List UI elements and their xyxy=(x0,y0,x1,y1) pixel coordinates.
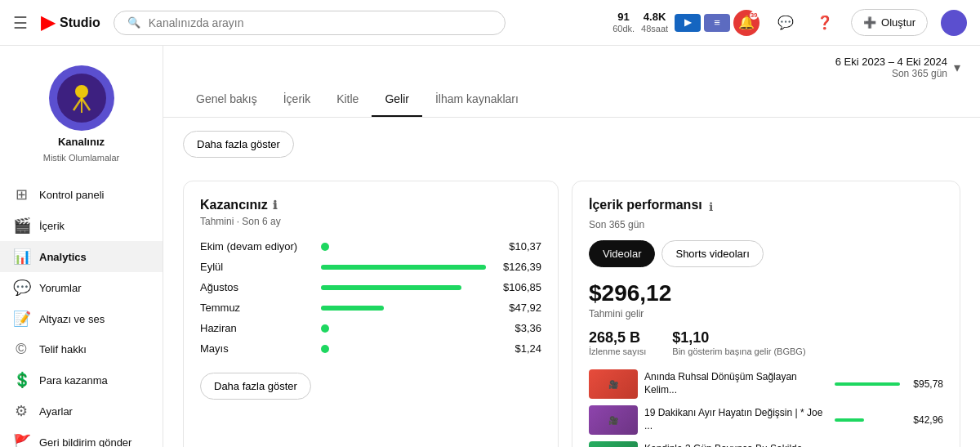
earnings-title: Kazancınız ℹ xyxy=(200,198,541,212)
sidebar-item-analytics[interactable]: 📊 Analytics xyxy=(0,241,163,272)
menu-button[interactable]: ☰ xyxy=(13,13,28,33)
sidebar-item-altyazi[interactable]: 📝 Altyazı ve ses xyxy=(0,303,163,334)
bar-row-eylul: Eylül $126,39 xyxy=(200,261,541,273)
video-thumb-2[interactable]: 🎥 xyxy=(589,405,638,435)
tab-gelir[interactable]: Gelir xyxy=(372,83,422,117)
menu-dots-icon[interactable]: ≡ xyxy=(704,14,730,32)
analytics-icon: 📊 xyxy=(13,248,29,266)
total-revenue-label: Tahmini gelir xyxy=(589,308,943,320)
bar-fill-temmuz xyxy=(321,306,384,311)
header-stats: 91 60dk. 4.8K 48saat ▶ ≡ 🔔 39 xyxy=(612,10,760,36)
help-icon[interactable]: ❓ xyxy=(812,10,838,36)
video-thumb-img-3: 🎥 xyxy=(589,441,638,447)
studio-label: Studio xyxy=(60,16,100,30)
video-bar-2 xyxy=(835,418,864,422)
bar-row-haziran: Haziran $3,36 xyxy=(200,322,541,334)
content-area: Kazancınız ℹ Tahmini · Son 6 ay Ekim (de… xyxy=(163,168,980,447)
sidebar-label-kontrol-paneli: Kontrol paneli xyxy=(39,189,105,201)
channel-avatar[interactable] xyxy=(49,65,114,131)
notification-bell-icon[interactable]: 🔔 39 xyxy=(733,10,760,36)
search-bar[interactable]: 🔍 xyxy=(114,11,506,35)
bar-track-eylul xyxy=(321,265,486,270)
sidebar-label-para: Para kazanma xyxy=(39,374,108,387)
stats-row: 268,5 B İzlenme sayısı $1,10 Bin gösteri… xyxy=(589,329,943,356)
performance-info-icon[interactable]: ℹ xyxy=(709,200,713,213)
tab-shorts-label: Shorts videoları xyxy=(675,248,749,260)
sidebar-item-para[interactable]: 💲 Para kazanma xyxy=(0,364,163,396)
tab-ilham[interactable]: İlham kaynakları xyxy=(422,83,532,117)
video-amount-2: $42,96 xyxy=(906,414,943,426)
copyright-icon: © xyxy=(13,341,29,358)
sidebar-label-altyazi: Altyazı ve ses xyxy=(39,313,105,325)
bar-value-agustos: $106,85 xyxy=(492,281,541,293)
date-range-period: Son 365 gün xyxy=(892,68,947,79)
top-show-more-area: Daha fazla göster xyxy=(163,127,980,158)
bar-fill-agustos xyxy=(321,285,461,290)
bar-track-agustos xyxy=(321,285,486,290)
stat-60dk: 91 60dk. xyxy=(612,11,635,34)
dot-ekim xyxy=(321,243,329,251)
tab-videos-button[interactable]: Videolar xyxy=(589,240,655,267)
earnings-subtitle: Tahmini · Son 6 ay xyxy=(200,216,541,227)
avatar[interactable] xyxy=(941,10,967,36)
bar-value-mayis: $1,24 xyxy=(492,342,541,355)
subtitles-icon: 📝 xyxy=(13,310,29,328)
channel-subtitle: Mistik Olumlamalar xyxy=(43,153,120,163)
sidebar-item-yorumlar[interactable]: 💬 Yorumlar xyxy=(0,272,163,303)
sidebar-item-kontrol-paneli[interactable]: ⊞ Kontrol paneli xyxy=(0,179,163,210)
content-icon: 🎬 xyxy=(13,217,29,235)
create-button[interactable]: ➕ Oluştur xyxy=(851,9,928,36)
stat2-label: 48saat xyxy=(641,24,668,34)
dashboard-icon: ⊞ xyxy=(13,186,29,203)
stat-view-count: 268,5 B İzlenme sayısı xyxy=(589,329,646,356)
feedback-icon: 🚩 xyxy=(13,433,29,447)
date-range-label: 6 Eki 2023 – 4 Eki 2024 xyxy=(835,56,947,68)
sidebar-item-telif[interactable]: © Telif hakkı xyxy=(0,334,163,364)
earnings-show-more-button[interactable]: Daha fazla göster xyxy=(200,373,311,400)
youtube-icon-blue[interactable]: ▶ xyxy=(675,14,701,32)
date-range-box[interactable]: 6 Eki 2023 – 4 Eki 2024 Son 365 gün ▾ xyxy=(835,56,960,79)
video-row-3: 🎥 Kendinle 3 Gün Boyunca Bu Şekilde Konu… xyxy=(589,441,943,447)
video-thumb-3[interactable]: 🎥 xyxy=(589,441,638,447)
search-input[interactable] xyxy=(149,16,492,29)
tab-kitle[interactable]: Kitle xyxy=(323,83,372,117)
channel-icons: ▶ ≡ 🔔 39 xyxy=(675,10,760,36)
comments-sidebar-icon: 💬 xyxy=(13,279,29,297)
channel-name: Kanalınız xyxy=(58,136,105,148)
bar-track-mayis xyxy=(336,346,486,351)
sidebar-item-ayarlar[interactable]: ⚙ Ayarlar xyxy=(0,396,163,427)
tab-genel[interactable]: Genel bakış xyxy=(183,83,270,117)
video-bar-1 xyxy=(835,382,900,386)
earnings-info-icon[interactable]: ℹ xyxy=(273,199,277,212)
video-thumb-img-2: 🎥 xyxy=(589,405,638,435)
video-bar-area-2 xyxy=(835,418,900,422)
performance-header: İçerik performansı ℹ xyxy=(589,198,943,216)
sidebar-item-icerik[interactable]: 🎬 İçerik xyxy=(0,210,163,241)
sidebar-label-yorumlar: Yorumlar xyxy=(39,282,82,294)
bar-track-temmuz xyxy=(321,306,486,311)
tab-icerik[interactable]: İçerik xyxy=(270,83,323,117)
show-more-top-label: Daha fazla göster xyxy=(197,138,280,150)
earnings-show-more-label: Daha fazla göster xyxy=(214,380,297,392)
svg-point-1 xyxy=(75,85,88,98)
video-thumb-1[interactable]: 🎥 xyxy=(589,369,638,399)
layout: Kanalınız Mistik Olumlamalar ⊞ Kontrol p… xyxy=(0,46,980,447)
sidebar-item-geri-bildirim[interactable]: 🚩 Geri bildirim gönder xyxy=(0,427,163,447)
sidebar-label-icerik: İçerik xyxy=(39,220,65,232)
chevron-down-icon[interactable]: ▾ xyxy=(954,60,960,75)
stat1-num: 91 xyxy=(617,11,629,24)
video-thumb-img-1: 🎥 xyxy=(589,369,638,399)
tab-shorts-button[interactable]: Shorts videoları xyxy=(662,240,763,267)
comments-icon[interactable]: 💬 xyxy=(773,10,799,36)
show-more-top-button[interactable]: Daha fazla göster xyxy=(183,131,294,158)
performance-period: Son 365 gün xyxy=(589,219,943,230)
stat1-label: 60dk. xyxy=(612,24,635,34)
date-range-bar: 6 Eki 2023 – 4 Eki 2024 Son 365 gün ▾ xyxy=(163,46,980,83)
tabs-bar: Genel bakış İçerik Kitle Gelir İlham kay… xyxy=(163,83,980,118)
sidebar-label-telif: Telif hakkı xyxy=(39,343,87,355)
bar-fill-eylul xyxy=(321,265,486,270)
logo: ▶ Studio xyxy=(41,12,100,34)
rpm-val: $1,10 xyxy=(672,329,805,346)
video-amount-1: $95,78 xyxy=(906,378,943,390)
video-row-2: 🎥 19 Dakikanı Ayır Hayatın Değişsin | * … xyxy=(589,405,943,435)
